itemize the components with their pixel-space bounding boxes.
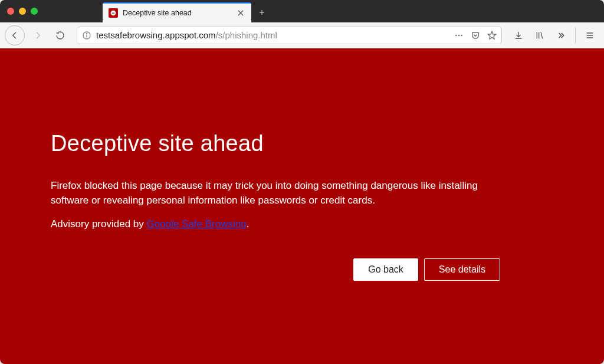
browser-tab[interactable]: Deceptive site ahead — [103, 2, 251, 22]
warning-description: Firefox blocked this page because it may… — [51, 179, 511, 208]
advisory-link[interactable]: Google Safe Browsing — [147, 218, 247, 229]
new-tab-button[interactable] — [252, 2, 271, 22]
warning-advisory: Advisory provided by Google Safe Browsin… — [51, 218, 511, 230]
advisory-prefix: Advisory provided by — [51, 218, 147, 229]
svg-point-8 — [86, 33, 87, 34]
toolbar-separator — [575, 28, 576, 43]
browser-window: Deceptive site ahead — [0, 0, 604, 364]
warning-button-row: Go back See details — [51, 258, 511, 281]
url-host: testsafebrowsing.appspot.com — [96, 30, 216, 40]
maximize-window-button[interactable] — [31, 8, 38, 15]
warning-container: Deceptive site ahead Firefox blocked thi… — [51, 131, 534, 281]
downloads-icon[interactable] — [509, 26, 528, 45]
hamburger-menu-icon[interactable] — [580, 26, 599, 45]
toolbar-actions — [509, 26, 599, 45]
url-path: /s/phishing.html — [216, 30, 277, 40]
tab-title: Deceptive site ahead — [123, 9, 231, 17]
close-window-button[interactable] — [7, 8, 14, 15]
reload-button[interactable] — [51, 26, 70, 45]
svg-marker-12 — [488, 31, 495, 39]
forward-button[interactable] — [28, 26, 47, 45]
address-bar[interactable]: testsafebrowsing.appspot.com/s/phishing.… — [77, 27, 502, 44]
page-actions — [454, 31, 497, 40]
bookmark-star-icon[interactable] — [487, 31, 497, 40]
svg-point-10 — [458, 34, 459, 35]
go-back-button[interactable]: Go back — [353, 258, 418, 281]
see-details-button[interactable]: See details — [424, 258, 500, 281]
window-controls — [7, 8, 38, 15]
page-content: Deceptive site ahead Firefox blocked thi… — [0, 48, 604, 364]
tab-close-button[interactable] — [236, 8, 245, 18]
url-text: testsafebrowsing.appspot.com/s/phishing.… — [96, 30, 449, 40]
titlebar: Deceptive site ahead — [0, 0, 604, 22]
navigation-toolbar: testsafebrowsing.appspot.com/s/phishing.… — [0, 22, 604, 48]
advisory-suffix: . — [247, 218, 250, 229]
site-info-icon[interactable] — [82, 31, 91, 40]
svg-point-9 — [455, 34, 457, 35]
warning-favicon-icon — [109, 8, 118, 18]
page-actions-menu-icon[interactable] — [454, 31, 464, 40]
warning-title: Deceptive site ahead — [51, 131, 511, 156]
svg-line-17 — [541, 32, 543, 38]
back-button[interactable] — [5, 25, 25, 45]
pocket-icon[interactable] — [471, 31, 480, 40]
svg-point-11 — [461, 34, 462, 35]
library-icon[interactable] — [530, 26, 549, 45]
tab-strip: Deceptive site ahead — [103, 0, 271, 22]
minimize-window-button[interactable] — [19, 8, 26, 15]
overflow-menu-icon[interactable] — [552, 26, 570, 45]
